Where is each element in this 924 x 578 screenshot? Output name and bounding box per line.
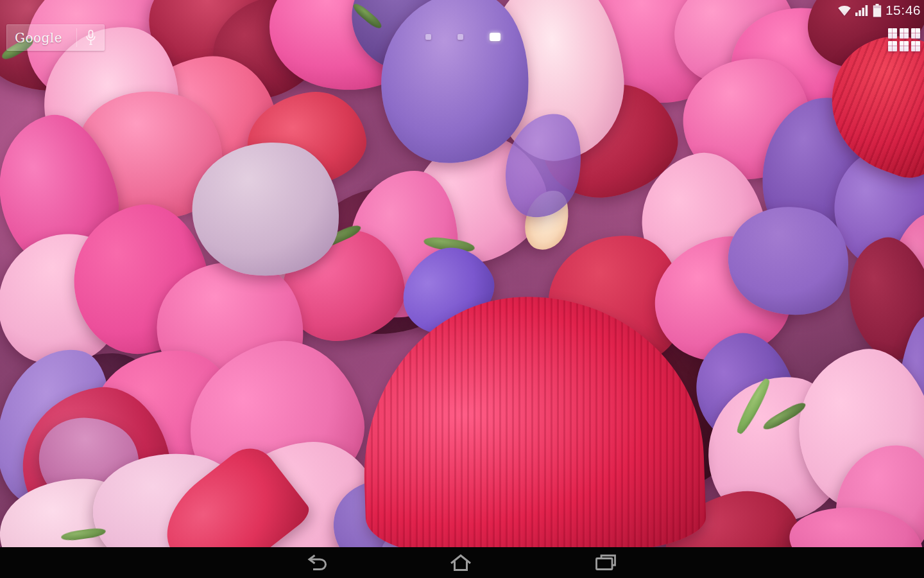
wallpaper — [0, 0, 924, 547]
battery-icon — [873, 4, 882, 17]
google-logo[interactable]: Google — [7, 30, 76, 46]
google-search-widget[interactable]: Google — [6, 24, 105, 51]
app-grid-cell — [888, 28, 897, 39]
app-grid-cell — [900, 28, 909, 39]
home-button[interactable] — [440, 547, 481, 578]
wifi-icon — [837, 4, 851, 17]
recents-button[interactable] — [585, 547, 626, 578]
pager-dot — [425, 34, 431, 40]
navigation-bar — [0, 547, 924, 578]
voice-search-button[interactable] — [77, 30, 104, 46]
app-grid-cell — [911, 41, 920, 51]
status-bar: 15:46 — [837, 2, 921, 19]
home-icon — [449, 554, 472, 572]
android-home-screen: 15:46 Google — [0, 0, 924, 578]
pager-dot — [458, 34, 463, 40]
microphone-icon — [85, 30, 96, 46]
app-grid-cell — [900, 41, 909, 51]
app-drawer-button[interactable] — [887, 27, 923, 54]
signal-strength-icon — [855, 4, 869, 16]
back-arrow-icon — [306, 554, 328, 572]
page-indicator — [425, 32, 501, 41]
back-button[interactable] — [296, 547, 338, 578]
recent-apps-icon — [595, 554, 617, 572]
app-grid-cell — [911, 28, 920, 39]
app-grid-cell — [888, 41, 897, 51]
pager-dot-active — [490, 33, 501, 41]
clock: 15:46 — [886, 2, 921, 19]
